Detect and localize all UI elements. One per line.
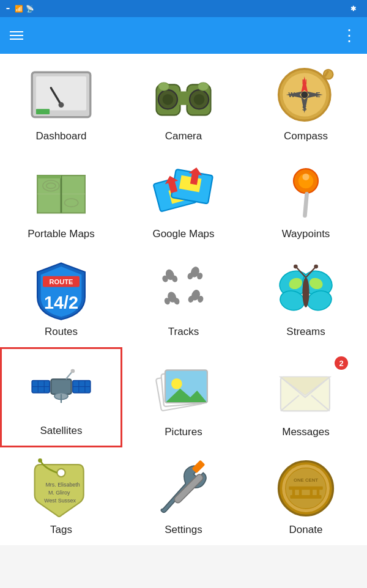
item-label-satellites: Satellites [40,425,83,437]
camera-icon [153,64,214,125]
badge-messages: 2 [335,356,348,370]
item-label-tags: Tags [50,524,72,536]
svg-point-66 [294,265,298,269]
item-label-waypoints: Waypoints [282,228,330,240]
item-label-messages: Messages [282,426,329,438]
svg-text:14/2: 14/2 [44,293,78,312]
svg-point-98 [38,458,42,463]
menu-button[interactable] [10,31,23,40]
svg-point-13 [198,83,209,90]
svg-text:W: W [288,91,295,98]
grid-item-tracks[interactable]: Tracks [122,249,245,347]
grid-item-waypoints[interactable]: Waypoints [245,152,367,249]
portable-maps-icon [31,162,92,223]
item-label-compass: Compass [284,130,328,142]
satellites-icon [31,359,92,420]
svg-text:West Sussex: West Sussex [44,498,76,504]
svg-text:Mrs. Elisabeth: Mrs. Elisabeth [45,482,80,488]
volte-indicator [6,8,10,9]
svg-text:ONE CENT: ONE CENT [294,477,318,483]
svg-marker-34 [37,175,61,178]
svg-text:N: N [302,78,307,86]
status-bar: 📶 📡 ✱ [0,0,367,17]
svg-rect-69 [51,379,71,394]
donate-icon: ONE CENT [275,458,336,519]
tracks-icon [153,260,214,321]
item-label-routes: Routes [45,326,78,338]
svg-point-68 [314,265,318,269]
grid-item-satellites[interactable]: Satellites [0,347,122,447]
svg-rect-4 [36,109,50,114]
svg-point-11 [194,94,205,105]
status-left: 📶 📡 [6,5,37,13]
grid-item-settings[interactable]: Settings [122,447,245,545]
grid-item-dashboard[interactable]: Dashboard [0,54,122,152]
svg-text:E: E [316,91,320,98]
more-button[interactable]: ⋮ [341,26,357,45]
item-label-dashboard: Dashboard [35,130,86,142]
grid-item-donate[interactable]: ONE CENT Donate [245,447,367,545]
pictures-icon [153,360,214,421]
routes-icon: ROUTE 14/2 [31,260,92,321]
svg-point-81 [71,369,75,373]
compass-icon: N S W E [275,64,336,125]
grid-item-pictures[interactable]: Pictures [122,347,245,447]
item-label-portable-maps: Portable Maps [28,228,95,240]
streams-icon [275,260,336,321]
svg-point-10 [163,94,174,105]
item-label-donate: Donate [289,524,323,536]
tags-icon: Mrs. Elisabeth M. Gliroy West Sussex [31,458,92,519]
svg-point-86 [171,378,182,389]
signal-icon: 📶 [15,5,23,13]
svg-text:M. Gliroy: M. Gliroy [48,490,70,496]
item-label-settings: Settings [165,524,202,536]
grid-item-messages[interactable]: 2 Messages [245,347,367,447]
svg-point-12 [158,83,169,90]
settings-icon [153,458,214,519]
item-label-pictures: Pictures [165,426,202,438]
svg-point-42 [302,174,309,180]
grid-item-streams[interactable]: Streams [245,249,367,347]
svg-point-20 [301,91,308,98]
waypoints-icon [275,162,336,223]
svg-point-64 [302,277,309,307]
svg-point-3 [59,102,64,108]
grid-item-portable-maps[interactable]: Portable Maps [0,152,122,249]
grid-item-tags[interactable]: Mrs. Elisabeth M. Gliroy West Sussex Tag… [0,447,122,545]
grid-item-routes[interactable]: ROUTE 14/2 Routes [0,249,122,347]
grid-item-google-maps[interactable]: Google Maps [122,152,245,249]
item-label-google-maps: Google Maps [152,228,214,240]
svg-rect-41 [303,192,309,218]
svg-point-94 [57,469,65,477]
item-label-camera: Camera [165,130,202,142]
grid-item-camera[interactable]: Camera [122,54,245,152]
item-label-streams: Streams [286,326,325,338]
svg-text:ROUTE: ROUTE [50,278,73,285]
svg-rect-7 [177,91,190,105]
bluetooth-icon: ✱ [350,5,356,13]
svg-rect-109 [289,487,323,490]
item-label-tracks: Tracks [168,326,199,338]
menu-grid: Dashboard Camera [0,54,367,545]
app-bar: ⋮ [0,17,367,54]
svg-text:S: S [302,105,306,112]
dashboard-icon [31,64,92,125]
google-maps-icon [153,162,214,223]
status-right: ✱ [350,5,361,13]
wifi-icon: 📡 [26,5,34,13]
grid-item-compass[interactable]: N S W E Compass [245,54,367,152]
messages-icon [275,360,336,421]
